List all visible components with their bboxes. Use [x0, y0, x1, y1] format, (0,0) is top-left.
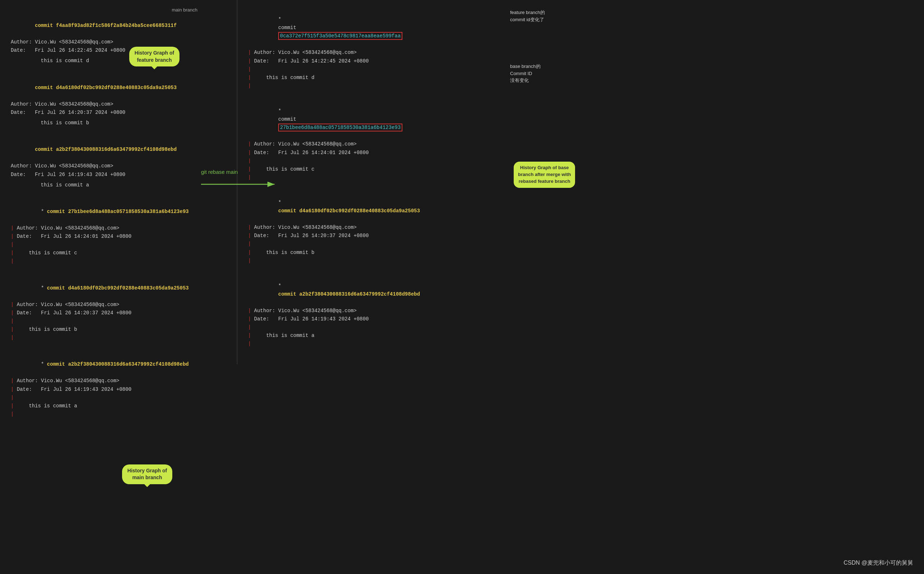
right-commit-b: * commit d4a6180df02bc992df0288e40883c05… — [248, 190, 913, 265]
right-hash-b-star: * commit d4a6180df02bc992df0288e40883c05… — [248, 190, 913, 224]
right-pipe-c2: | — [248, 173, 913, 182]
commit-author-d: Author: Vico.Wu <583424568@qq.com> — [11, 38, 219, 46]
branch-label-top: main branch — [11, 7, 198, 13]
right-date-c: | Date: Fri Jul 26 14:24:01 2024 +0800 — [248, 149, 913, 157]
arrow-label: git rebase main — [201, 169, 238, 175]
right-date-d: | Date: Fri Jul 26 14:22:45 2024 +0800 — [248, 57, 913, 65]
right-pipe-d2: | — [248, 82, 913, 90]
right-author-d: | Author: Vico.Wu <583424568@qq.com> — [248, 49, 913, 57]
graph-commit-a: * commit a2b2f380430088316d6a63479992cf4… — [11, 352, 219, 418]
right-author-c: | Author: Vico.Wu <583424568@qq.com> — [248, 140, 913, 148]
watermark: CSDN @麦兜和小可的舅舅 — [844, 559, 913, 567]
right-pipe-b2: | — [248, 257, 913, 265]
graph-author-c: | Author: Vico.Wu <583424568@qq.com> — [11, 224, 219, 232]
right-pipe-c: | — [248, 157, 913, 165]
callout-base-merge: History Graph of basebranch after merge … — [514, 162, 575, 188]
arrow-area: git rebase main — [201, 169, 280, 192]
commit-hash-b: commit d4a6180df02bc992df0288e40883c05da… — [11, 76, 219, 100]
commit-date-a: Date: Fri Jul 26 14:19:43 2024 +0800 — [11, 170, 219, 179]
graph-commit-c: * commit 27b1bee6d8a488ac0571858530a381a… — [11, 199, 219, 266]
commit-message-a: this is commit a — [11, 181, 219, 189]
commit-author-a: Author: Vico.Wu <583424568@qq.com> — [11, 162, 219, 170]
commit-date-b: Date: Fri Jul 26 14:20:37 2024 +0800 — [11, 109, 219, 117]
graph-hash-c: * commit 27b1bee6d8a488ac0571858530a381a… — [11, 199, 219, 224]
graph-date-a: | Date: Fri Jul 26 14:19:43 2024 +0800 — [11, 385, 219, 394]
graph-pipe-c2: | — [11, 257, 219, 265]
right-commit-c: * commit 27b1bee6d8a488ac0571858530a381a… — [248, 99, 913, 182]
graph-msg-c: | this is commit c — [11, 249, 219, 257]
right-msg-b: | this is commit b — [248, 249, 913, 257]
graph-author-b: | Author: Vico.Wu <583424568@qq.com> — [11, 301, 219, 309]
right-hash-a-star: * commit a2b2f380430088316d6a63479992cf4… — [248, 274, 913, 307]
graph-date-c: | Date: Fri Jul 26 14:24:01 2024 +0800 — [11, 232, 219, 241]
graph-msg-a: | this is commit a — [11, 402, 219, 410]
right-section: * commit 0ca372e7f515f3a50e5478c9817eaa8… — [248, 7, 913, 348]
commit-block-a: commit a2b2f380430088316d6a63479992cf410… — [11, 137, 219, 189]
right-date-b: | Date: Fri Jul 26 14:20:37 2024 +0800 — [248, 232, 913, 240]
commit-message-b: this is commit b — [11, 119, 219, 127]
graph-pipe-a: | — [11, 394, 219, 402]
commit-author-b: Author: Vico.Wu <583424568@qq.com> — [11, 100, 219, 109]
commit-message-d: this is commit d — [11, 57, 219, 65]
graph-pipe-c: | — [11, 241, 219, 249]
right-panel: * commit 0ca372e7f515f3a50e5478c9817eaa8… — [237, 0, 924, 364]
annotation-feature-changed: feature branch的commit id变化了 — [510, 9, 545, 23]
graph-date-b: | Date: Fri Jul 26 14:20:37 2024 +0800 — [11, 309, 219, 317]
main-container: main branch commit f4aa8f93ad82f1c586f2a… — [0, 0, 924, 574]
graph-section: * commit 27b1bee6d8a488ac0571858530a381a… — [11, 199, 219, 418]
graph-pipe-b2: | — [11, 334, 219, 342]
right-msg-a: | this is commit a — [248, 331, 913, 340]
right-hash-c: * commit 27b1bee6d8a488ac0571858530a381a… — [248, 99, 913, 140]
right-pipe-d: | — [248, 65, 913, 74]
callout-main-branch: History Graph of main branch — [122, 464, 172, 484]
graph-msg-b: | this is commit b — [11, 325, 219, 334]
right-pipe-a2: | — [248, 340, 913, 348]
right-msg-c: | this is commit c — [248, 165, 913, 173]
right-pipe-b: | — [248, 240, 913, 248]
graph-hash-b: * commit d4a6180df02bc992df0288e40883c05… — [11, 276, 219, 300]
right-pipe-a: | — [248, 323, 913, 331]
right-hash-d: * commit 0ca372e7f515f3a50e5478c9817eaa8… — [248, 7, 913, 49]
graph-author-a: | Author: Vico.Wu <583424568@qq.com> — [11, 377, 219, 385]
right-date-a: | Date: Fri Jul 26 14:19:43 2024 +0800 — [248, 315, 913, 323]
graph-hash-a: * commit a2b2f380430088316d6a63479992cf4… — [11, 352, 219, 377]
commit-block-d: commit f4aa8f93ad82f1c586f2a84b24ba5cee6… — [11, 13, 219, 65]
right-author-a: | Author: Vico.Wu <583424568@qq.com> — [248, 307, 913, 315]
annotation-base-unchanged: base branch的Commit ID没有变化 — [510, 63, 541, 84]
graph-pipe-b: | — [11, 317, 219, 325]
arrow-svg — [201, 177, 280, 192]
graph-commit-b: * commit d4a6180df02bc992df0288e40883c05… — [11, 276, 219, 342]
commit-hash-d: commit f4aa8f93ad82f1c586f2a84b24ba5cee6… — [11, 13, 219, 38]
right-commit-d: * commit 0ca372e7f515f3a50e5478c9817eaa8… — [248, 7, 913, 90]
right-author-b: | Author: Vico.Wu <583424568@qq.com> — [248, 224, 913, 232]
graph-pipe-a2: | — [11, 410, 219, 418]
left-panel: main branch commit f4aa8f93ad82f1c586f2a… — [0, 0, 230, 574]
right-commit-a: * commit a2b2f380430088316d6a63479992cf4… — [248, 274, 913, 348]
commit-hash-a: commit a2b2f380430088316d6a63479992cf410… — [11, 137, 219, 162]
commit-block-b: commit d4a6180df02bc992df0288e40883c05da… — [11, 76, 219, 128]
right-msg-d: | this is commit d — [248, 74, 913, 82]
commit-date-d: Date: Fri Jul 26 14:22:45 2024 +0800 — [11, 46, 219, 55]
callout-feature-branch: History Graph of feature branch — [129, 47, 179, 66]
